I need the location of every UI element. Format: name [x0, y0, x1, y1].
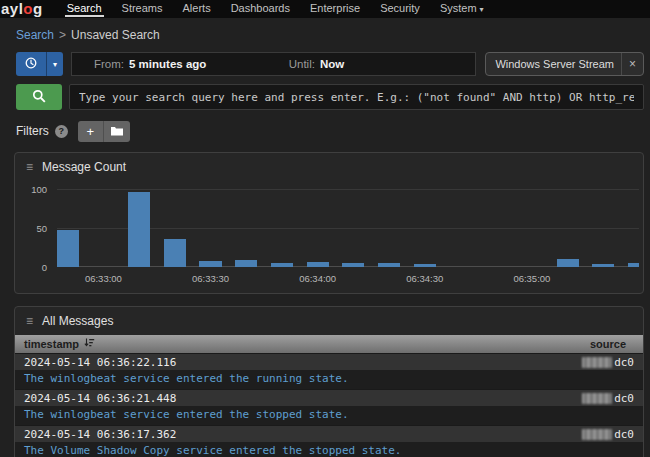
time-range-display[interactable]: From:5 minutes ago Until:Now: [71, 52, 476, 76]
x-tick-label: 06:33:30: [192, 273, 229, 284]
chart-bar[interactable]: [128, 192, 150, 267]
filters-label: Filters: [16, 124, 49, 138]
time-range-dropdown-button[interactable]: ▾: [46, 52, 63, 76]
y-tick-label: 0: [42, 262, 47, 273]
from-label: From:: [94, 58, 124, 70]
message-timestamp-row[interactable]: 2024-05-14 06:36:21.448dc0: [15, 389, 643, 406]
chevron-down-icon: ▾: [480, 5, 484, 14]
saved-filters-button[interactable]: [104, 121, 130, 142]
x-tick-label: 06:35:00: [513, 273, 550, 284]
message-source: dc0: [614, 356, 634, 369]
message-source-cell: dc0: [582, 392, 634, 405]
top-nav: aylog SearchStreamsAlertsDashboardsEnter…: [0, 0, 650, 18]
from-value: 5 minutes ago: [129, 58, 206, 70]
chart-yaxis: 050100: [19, 189, 55, 267]
stream-chip-close-icon[interactable]: ×: [621, 53, 643, 75]
nav-item-security[interactable]: Security: [370, 0, 430, 18]
drag-handle-icon[interactable]: ≡: [26, 160, 33, 174]
message-row: 2024-05-14 06:36:21.448dc0The winlogbeat…: [15, 389, 643, 425]
messages-table-header: timestamp source: [15, 335, 643, 353]
nav-item-streams[interactable]: Streams: [112, 0, 173, 18]
message-timestamp-row[interactable]: 2024-05-14 06:36:17.362dc0: [15, 425, 643, 442]
chart-bar[interactable]: [307, 262, 329, 267]
message-source: dc0: [614, 428, 634, 441]
nav-item-alerts[interactable]: Alerts: [173, 0, 221, 18]
nav-item-enterprise[interactable]: Enterprise: [300, 0, 370, 18]
message-count-panel: ≡ Message Count 050100 06:33:0006:33:300…: [14, 152, 644, 294]
source-column-header[interactable]: source: [590, 338, 634, 350]
chevron-down-icon: ▾: [53, 60, 57, 69]
chart-bar[interactable]: [592, 264, 614, 267]
clock-icon: [25, 57, 37, 72]
search-query-input[interactable]: [69, 84, 644, 110]
source-redacted-blur: [582, 429, 612, 440]
sort-descending-icon[interactable]: [84, 338, 95, 350]
nav-items: SearchStreamsAlertsDashboardsEnterpriseS…: [57, 0, 494, 18]
chart-bar[interactable]: [342, 263, 364, 267]
timestamp-column-header[interactable]: timestamp: [24, 338, 95, 350]
search-button[interactable]: [16, 84, 62, 110]
breadcrumb: Search>Unsaved Search: [0, 18, 650, 50]
time-range-button[interactable]: [16, 52, 46, 76]
message-timestamp: 2024-05-14 06:36:17.362: [24, 428, 176, 441]
message-timestamp-row[interactable]: 2024-05-14 06:36:22.116dc0: [15, 353, 643, 370]
plus-icon: +: [86, 124, 94, 139]
add-filter-button[interactable]: +: [78, 121, 104, 142]
folder-icon: [111, 124, 123, 139]
nav-item-system[interactable]: System▾: [430, 0, 494, 18]
filters-button-group: +: [78, 121, 130, 142]
message-source-cell: dc0: [582, 356, 634, 369]
message-text[interactable]: The winlogbeat service entered the runni…: [15, 370, 643, 389]
y-tick-label: 100: [31, 184, 47, 195]
message-source: dc0: [614, 392, 634, 405]
breadcrumb-separator: >: [59, 28, 66, 42]
x-tick-label: 06:34:30: [406, 273, 443, 284]
message-row: 2024-05-14 06:36:22.116dc0The winlogbeat…: [15, 353, 643, 389]
chart-bar[interactable]: [414, 264, 436, 267]
chart-bar[interactable]: [628, 263, 639, 267]
all-messages-title: All Messages: [42, 314, 113, 328]
source-redacted-blur: [582, 357, 612, 368]
message-text[interactable]: The winlogbeat service entered the stopp…: [15, 406, 643, 425]
stream-filter-chip[interactable]: Windows Server Stream ×: [485, 52, 644, 76]
chart-plot: [57, 189, 639, 267]
breadcrumb-current: Unsaved Search: [71, 28, 160, 42]
until-value: Now: [320, 58, 344, 70]
chart-bar[interactable]: [57, 230, 79, 267]
graylog-logo[interactable]: aylog: [1, 0, 43, 18]
until-label: Until:: [289, 58, 315, 70]
breadcrumb-search-link[interactable]: Search: [16, 28, 54, 42]
nav-item-search[interactable]: Search: [57, 0, 112, 18]
x-tick-label: 06:33:00: [85, 273, 122, 284]
all-messages-panel: ≡ All Messages timestamp source 2024-05-…: [14, 306, 644, 457]
message-timestamp: 2024-05-14 06:36:21.448: [24, 392, 176, 405]
message-row: 2024-05-14 06:36:17.362dc0The Volume Sha…: [15, 425, 643, 457]
gridline: [57, 189, 639, 190]
chart-xaxis: 06:33:0006:33:3006:34:0006:34:3006:35:00: [57, 273, 639, 285]
chart-bar[interactable]: [164, 239, 186, 267]
chart-bar[interactable]: [378, 263, 400, 267]
chart-bar[interactable]: [557, 259, 579, 267]
message-text[interactable]: The Volume Shadow Copy service entered t…: [15, 442, 643, 457]
source-redacted-blur: [582, 393, 612, 404]
time-range-button-group: ▾: [16, 52, 63, 76]
x-tick-label: 06:34:00: [299, 273, 336, 284]
search-controls: ▾ From:5 minutes ago Until:Now Windows S…: [0, 50, 650, 142]
message-timestamp: 2024-05-14 06:36:22.116: [24, 356, 176, 369]
message-source-cell: dc0: [582, 428, 634, 441]
chart-bar[interactable]: [235, 260, 257, 267]
message-count-header: ≡ Message Count: [15, 153, 643, 181]
stream-chip-label: Windows Server Stream: [495, 58, 614, 70]
y-tick-label: 50: [36, 223, 47, 234]
search-icon: [32, 89, 46, 106]
chart-bar[interactable]: [271, 263, 293, 267]
all-messages-header: ≡ All Messages: [15, 307, 643, 335]
messages-body: 2024-05-14 06:36:22.116dc0The winlogbeat…: [15, 353, 643, 457]
drag-handle-icon[interactable]: ≡: [26, 314, 33, 328]
help-icon[interactable]: ?: [55, 125, 68, 138]
message-count-title: Message Count: [42, 160, 126, 174]
nav-item-dashboards[interactable]: Dashboards: [221, 0, 300, 18]
chart-bar[interactable]: [199, 261, 221, 267]
message-count-chart: 050100 06:33:0006:33:3006:34:0006:34:300…: [19, 183, 641, 289]
